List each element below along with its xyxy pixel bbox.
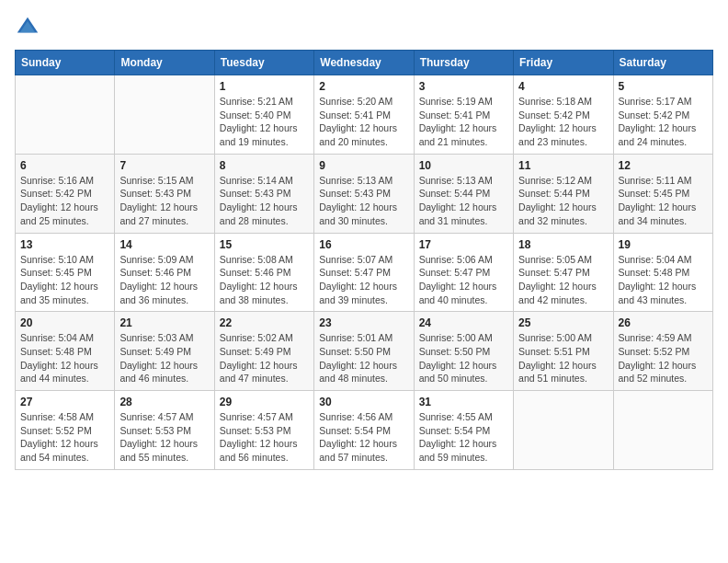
day-of-week-header: Monday (115, 51, 214, 75)
calendar-cell: 9Sunrise: 5:13 AM Sunset: 5:43 PM Daylig… (314, 154, 414, 233)
day-info: Sunrise: 4:56 AM Sunset: 5:54 PM Dayligh… (319, 410, 408, 465)
day-of-week-header: Friday (514, 51, 613, 75)
day-info: Sunrise: 5:16 AM Sunset: 5:42 PM Dayligh… (20, 174, 109, 228)
day-number: 25 (518, 316, 608, 329)
day-number: 23 (319, 316, 408, 329)
day-number: 16 (319, 238, 408, 251)
day-number: 15 (220, 238, 309, 251)
day-number: 22 (220, 316, 309, 329)
day-info: Sunrise: 5:19 AM Sunset: 5:41 PM Dayligh… (419, 95, 508, 149)
day-number: 9 (319, 159, 408, 172)
day-info: Sunrise: 5:09 AM Sunset: 5:46 PM Dayligh… (119, 253, 209, 307)
day-number: 18 (518, 238, 608, 251)
day-of-week-header: Sunday (16, 51, 115, 75)
day-number: 31 (419, 396, 508, 408)
day-of-week-header: Tuesday (214, 51, 313, 75)
day-number: 17 (419, 238, 508, 251)
day-number: 29 (220, 396, 309, 408)
day-number: 30 (319, 396, 408, 408)
calendar-cell: 14Sunrise: 5:09 AM Sunset: 5:46 PM Dayli… (115, 233, 214, 312)
day-info: Sunrise: 5:15 AM Sunset: 5:43 PM Dayligh… (119, 174, 209, 228)
day-info: Sunrise: 5:11 AM Sunset: 5:45 PM Dayligh… (619, 174, 708, 228)
calendar-cell: 23Sunrise: 5:01 AM Sunset: 5:50 PM Dayli… (314, 312, 414, 391)
calendar-cell: 13Sunrise: 5:10 AM Sunset: 5:45 PM Dayli… (16, 233, 115, 312)
day-number: 4 (518, 80, 608, 93)
day-number: 20 (20, 316, 109, 329)
calendar-cell: 6Sunrise: 5:16 AM Sunset: 5:42 PM Daylig… (16, 154, 115, 233)
day-number: 21 (119, 316, 209, 329)
day-of-week-header: Thursday (414, 51, 513, 75)
day-info: Sunrise: 5:13 AM Sunset: 5:44 PM Dayligh… (419, 174, 508, 228)
calendar-cell: 3Sunrise: 5:19 AM Sunset: 5:41 PM Daylig… (414, 75, 513, 155)
calendar-cell: 10Sunrise: 5:13 AM Sunset: 5:44 PM Dayli… (414, 154, 513, 233)
calendar-week-row: 13Sunrise: 5:10 AM Sunset: 5:45 PM Dayli… (16, 233, 713, 312)
calendar: SundayMondayTuesdayWednesdayThursdayFrid… (15, 50, 713, 470)
logo (15, 15, 44, 40)
day-number: 11 (518, 159, 608, 172)
day-number: 27 (20, 396, 109, 408)
calendar-cell: 28Sunrise: 4:57 AM Sunset: 5:53 PM Dayli… (115, 391, 214, 470)
day-number: 3 (419, 80, 508, 93)
day-info: Sunrise: 5:04 AM Sunset: 5:48 PM Dayligh… (20, 331, 109, 385)
calendar-cell: 21Sunrise: 5:03 AM Sunset: 5:49 PM Dayli… (115, 312, 214, 391)
calendar-cell: 18Sunrise: 5:05 AM Sunset: 5:47 PM Dayli… (514, 233, 613, 312)
calendar-cell (16, 75, 115, 155)
day-number: 14 (119, 238, 209, 251)
day-number: 13 (20, 238, 109, 251)
day-number: 7 (119, 159, 209, 172)
calendar-header-row: SundayMondayTuesdayWednesdayThursdayFrid… (16, 51, 713, 75)
day-number: 28 (119, 396, 209, 408)
calendar-cell: 15Sunrise: 5:08 AM Sunset: 5:46 PM Dayli… (214, 233, 313, 312)
calendar-cell: 29Sunrise: 4:57 AM Sunset: 5:53 PM Dayli… (214, 391, 313, 470)
day-number: 10 (419, 159, 508, 172)
calendar-cell: 22Sunrise: 5:02 AM Sunset: 5:49 PM Dayli… (214, 312, 313, 391)
calendar-cell: 12Sunrise: 5:11 AM Sunset: 5:45 PM Dayli… (613, 154, 712, 233)
calendar-cell (613, 391, 712, 470)
day-info: Sunrise: 5:13 AM Sunset: 5:43 PM Dayligh… (319, 174, 408, 228)
day-info: Sunrise: 5:21 AM Sunset: 5:40 PM Dayligh… (220, 95, 309, 149)
day-number: 6 (20, 159, 109, 172)
day-info: Sunrise: 5:00 AM Sunset: 5:51 PM Dayligh… (518, 331, 608, 385)
day-info: Sunrise: 5:08 AM Sunset: 5:46 PM Dayligh… (220, 253, 309, 307)
calendar-cell: 1Sunrise: 5:21 AM Sunset: 5:40 PM Daylig… (214, 75, 313, 155)
calendar-week-row: 27Sunrise: 4:58 AM Sunset: 5:52 PM Dayli… (16, 391, 713, 470)
day-info: Sunrise: 4:57 AM Sunset: 5:53 PM Dayligh… (220, 410, 309, 465)
day-info: Sunrise: 5:04 AM Sunset: 5:48 PM Dayligh… (619, 253, 708, 307)
calendar-cell: 31Sunrise: 4:55 AM Sunset: 5:54 PM Dayli… (414, 391, 513, 470)
day-info: Sunrise: 5:12 AM Sunset: 5:44 PM Dayligh… (518, 174, 608, 228)
calendar-cell: 27Sunrise: 4:58 AM Sunset: 5:52 PM Dayli… (16, 391, 115, 470)
day-info: Sunrise: 5:17 AM Sunset: 5:42 PM Dayligh… (619, 95, 708, 149)
calendar-cell: 17Sunrise: 5:06 AM Sunset: 5:47 PM Dayli… (414, 233, 513, 312)
calendar-cell (514, 391, 613, 470)
day-info: Sunrise: 4:58 AM Sunset: 5:52 PM Dayligh… (20, 410, 109, 465)
page-header (15, 15, 713, 40)
calendar-cell: 20Sunrise: 5:04 AM Sunset: 5:48 PM Dayli… (16, 312, 115, 391)
day-number: 19 (619, 238, 708, 251)
day-info: Sunrise: 5:14 AM Sunset: 5:43 PM Dayligh… (220, 174, 309, 228)
day-number: 1 (220, 80, 309, 93)
day-info: Sunrise: 5:06 AM Sunset: 5:47 PM Dayligh… (419, 253, 508, 307)
calendar-week-row: 6Sunrise: 5:16 AM Sunset: 5:42 PM Daylig… (16, 154, 713, 233)
calendar-cell (115, 75, 214, 155)
day-info: Sunrise: 5:18 AM Sunset: 5:42 PM Dayligh… (518, 95, 608, 149)
calendar-cell: 30Sunrise: 4:56 AM Sunset: 5:54 PM Dayli… (314, 391, 414, 470)
calendar-cell: 11Sunrise: 5:12 AM Sunset: 5:44 PM Dayli… (514, 154, 613, 233)
day-info: Sunrise: 5:02 AM Sunset: 5:49 PM Dayligh… (220, 331, 309, 385)
calendar-cell: 19Sunrise: 5:04 AM Sunset: 5:48 PM Dayli… (613, 233, 712, 312)
day-info: Sunrise: 5:01 AM Sunset: 5:50 PM Dayligh… (319, 331, 408, 385)
calendar-cell: 7Sunrise: 5:15 AM Sunset: 5:43 PM Daylig… (115, 154, 214, 233)
calendar-cell: 26Sunrise: 4:59 AM Sunset: 5:52 PM Dayli… (613, 312, 712, 391)
calendar-cell: 2Sunrise: 5:20 AM Sunset: 5:41 PM Daylig… (314, 75, 414, 155)
day-of-week-header: Saturday (613, 51, 712, 75)
calendar-cell: 5Sunrise: 5:17 AM Sunset: 5:42 PM Daylig… (613, 75, 712, 155)
day-number: 26 (619, 316, 708, 329)
calendar-cell: 4Sunrise: 5:18 AM Sunset: 5:42 PM Daylig… (514, 75, 613, 155)
day-number: 5 (619, 80, 708, 93)
day-info: Sunrise: 4:57 AM Sunset: 5:53 PM Dayligh… (119, 410, 209, 465)
calendar-cell: 24Sunrise: 5:00 AM Sunset: 5:50 PM Dayli… (414, 312, 513, 391)
day-info: Sunrise: 5:10 AM Sunset: 5:45 PM Dayligh… (20, 253, 109, 307)
day-info: Sunrise: 5:03 AM Sunset: 5:49 PM Dayligh… (119, 331, 209, 385)
day-info: Sunrise: 4:59 AM Sunset: 5:52 PM Dayligh… (619, 331, 708, 385)
day-info: Sunrise: 5:00 AM Sunset: 5:50 PM Dayligh… (419, 331, 508, 385)
calendar-week-row: 20Sunrise: 5:04 AM Sunset: 5:48 PM Dayli… (16, 312, 713, 391)
